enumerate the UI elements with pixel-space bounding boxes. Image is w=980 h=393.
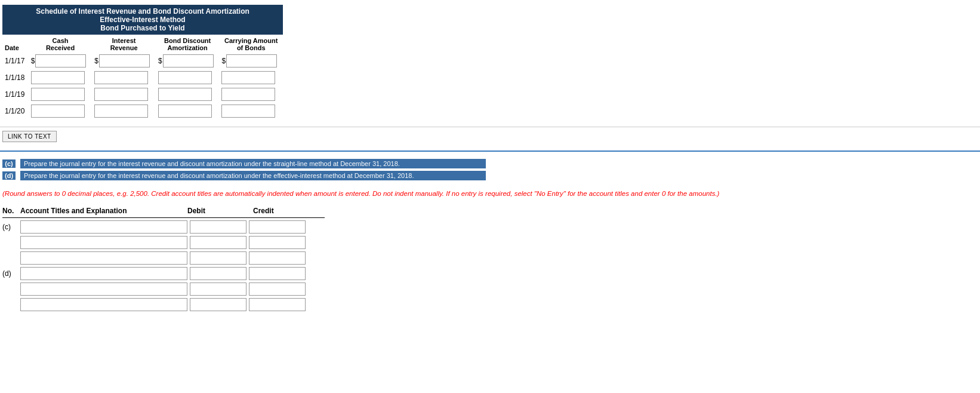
- header-credit: Credit: [253, 207, 319, 215]
- journal-account-input[interactable]: [20, 236, 187, 249]
- cash-input[interactable]: [31, 88, 85, 101]
- discount-input[interactable]: [163, 54, 214, 67]
- carrying-input[interactable]: [221, 71, 275, 84]
- date-cell: 1/1/18: [2, 69, 29, 86]
- question-text: Prepare the journal entry for the intere…: [20, 159, 486, 168]
- table-row: 1/1/19: [2, 86, 283, 103]
- interest-input-cell: [92, 69, 156, 86]
- journal-credit-input[interactable]: [249, 298, 306, 311]
- journal-section: No. Account Titles and Explanation Debit…: [0, 202, 980, 316]
- journal-row: [2, 251, 978, 265]
- interest-input-cell: [92, 86, 156, 103]
- journal-debit-input[interactable]: [190, 251, 246, 265]
- question-label: (c): [2, 159, 16, 168]
- question-line-d: (d)Prepare the journal entry for the int…: [2, 171, 978, 180]
- instructions: (Round answers to 0 decimal places, e.g.…: [0, 185, 980, 202]
- journal-debit-input[interactable]: [190, 220, 246, 234]
- date-cell: 1/1/20: [2, 103, 29, 119]
- carrying-input[interactable]: [226, 54, 277, 67]
- carrying-input-cell: $: [219, 53, 283, 69]
- table-title: Schedule of Interest Revenue and Bond Di…: [2, 5, 283, 35]
- journal-debit-input[interactable]: [190, 236, 246, 249]
- carrying-input-cell: [219, 69, 283, 86]
- journal-row: [2, 283, 978, 296]
- table-row: 1/1/20: [2, 103, 283, 119]
- dollar-sign: $: [221, 57, 226, 65]
- carrying-input-cell: [219, 103, 283, 119]
- journal-credit-input[interactable]: [249, 220, 306, 234]
- col-discount: Bond DiscountAmortization: [156, 35, 220, 53]
- journal-row-label: (c): [2, 223, 20, 231]
- journal-debit-input[interactable]: [190, 298, 246, 311]
- dollar-sign: $: [31, 57, 35, 65]
- discount-input-cell: [156, 86, 220, 103]
- date-cell: 1/1/17: [2, 53, 29, 69]
- journal-credit-input[interactable]: [249, 283, 306, 296]
- journal-account-input[interactable]: [20, 283, 187, 296]
- interest-input-cell: [92, 103, 156, 119]
- discount-input-cell: [156, 69, 220, 86]
- col-cash: CashReceived: [29, 35, 93, 53]
- link-section: LINK TO TEXT: [0, 127, 980, 146]
- discount-input-cell: $: [156, 53, 220, 69]
- journal-debit-input[interactable]: [190, 283, 246, 296]
- journal-account-input[interactable]: [20, 267, 187, 280]
- journal-debit-input[interactable]: [190, 267, 246, 280]
- col-carrying: Carrying Amountof Bonds: [219, 35, 283, 53]
- carrying-input-cell: [219, 86, 283, 103]
- cash-input-cell: $: [29, 53, 93, 69]
- discount-input[interactable]: [158, 71, 212, 84]
- question-text: Prepare the journal entry for the intere…: [20, 171, 486, 180]
- interest-input[interactable]: [94, 71, 148, 84]
- link-to-text-button[interactable]: LINK TO TEXT: [2, 131, 57, 142]
- journal-account-input[interactable]: [20, 251, 187, 265]
- dollar-sign: $: [94, 57, 98, 65]
- table-row: 1/1/18: [2, 69, 283, 86]
- schedule-table: Schedule of Interest Revenue and Bond Di…: [2, 5, 283, 119]
- discount-input[interactable]: [158, 88, 212, 101]
- cash-input[interactable]: [31, 71, 85, 84]
- header-account: Account Titles and Explanation: [20, 207, 187, 215]
- dollar-sign: $: [158, 57, 162, 65]
- journal-row-label: (d): [2, 269, 20, 278]
- cash-input[interactable]: [35, 54, 86, 67]
- col-interest: InterestRevenue: [92, 35, 156, 53]
- carrying-input[interactable]: [221, 88, 275, 101]
- carrying-input[interactable]: [221, 105, 275, 118]
- header-no: No.: [2, 207, 20, 215]
- col-date: Date: [2, 35, 29, 53]
- column-headers: Date CashReceived InterestRevenue Bond D…: [2, 35, 283, 53]
- interest-input[interactable]: [94, 88, 148, 101]
- journal-account-input[interactable]: [20, 220, 187, 234]
- cash-input-cell: [29, 86, 93, 103]
- interest-input-cell: $: [92, 53, 156, 69]
- journal-row: [2, 236, 978, 249]
- discount-input[interactable]: [158, 105, 212, 118]
- journal-account-input[interactable]: [20, 298, 187, 311]
- cash-input-cell: [29, 103, 93, 119]
- journal-header: No. Account Titles and Explanation Debit…: [2, 204, 325, 218]
- journal-row: (c): [2, 220, 978, 234]
- interest-input[interactable]: [94, 105, 148, 118]
- journal-row: (d): [2, 267, 978, 280]
- cash-input[interactable]: [31, 105, 85, 118]
- discount-input-cell: [156, 103, 220, 119]
- question-line-c: (c)Prepare the journal entry for the int…: [2, 159, 978, 168]
- journal-credit-input[interactable]: [249, 236, 306, 249]
- cash-input-cell: [29, 69, 93, 86]
- question-label: (d): [2, 171, 16, 180]
- journal-row: [2, 298, 978, 311]
- header-debit: Debit: [187, 207, 253, 215]
- journal-credit-input[interactable]: [249, 251, 306, 265]
- question-section: (c)Prepare the journal entry for the int…: [0, 156, 980, 185]
- interest-input[interactable]: [99, 54, 150, 67]
- top-section: Schedule of Interest Revenue and Bond Di…: [0, 0, 980, 124]
- section-divider: [0, 151, 980, 152]
- journal-credit-input[interactable]: [249, 267, 306, 280]
- table-row: 1/1/17$$$$: [2, 53, 283, 69]
- date-cell: 1/1/19: [2, 86, 29, 103]
